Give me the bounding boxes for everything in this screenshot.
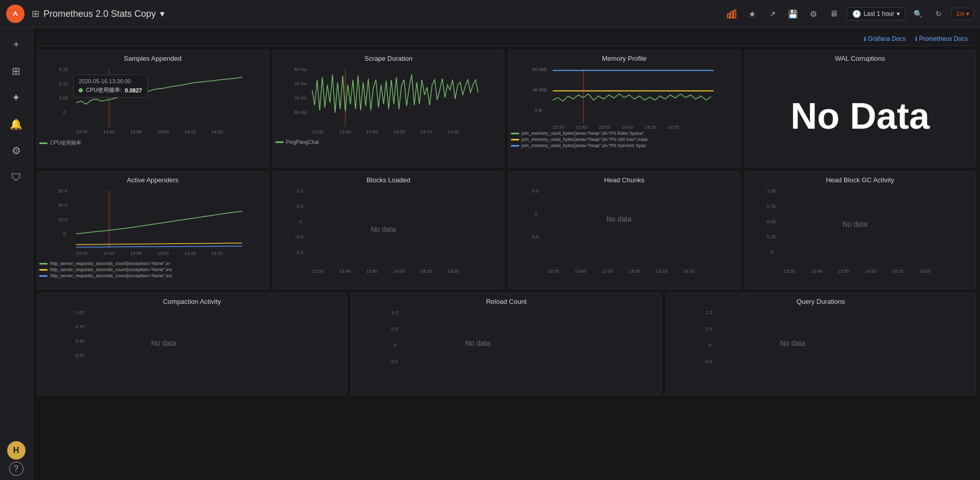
- svg-text:No data: No data: [606, 215, 632, 223]
- svg-text:0.75: 0.75: [766, 204, 776, 209]
- svg-text:95 MiB: 95 MiB: [532, 67, 547, 72]
- scrape-legend: PingPangChat: [273, 138, 504, 146]
- svg-text:13:40: 13:40: [103, 129, 115, 134]
- memory-legend: jvm_memory_used_bytes{area="heap",id="PS…: [509, 131, 740, 148]
- sidebar-config[interactable]: ⚙: [4, 138, 29, 163]
- dashboard-title: Prometheus 2.0 Stats Copy ▾: [43, 8, 165, 19]
- svg-text:13:30: 13:30: [312, 269, 323, 274]
- svg-text:1.00: 1.00: [766, 188, 776, 194]
- time-picker[interactable]: 🕐 Last 1 hour ▾: [847, 7, 905, 20]
- svg-text:0: 0: [708, 343, 711, 348]
- memory-chart: 95 MiB 48 MiB 0 B 13:30 13:40 13:50 14:0…: [511, 64, 738, 131]
- svg-text:-0.5: -0.5: [295, 234, 303, 239]
- svg-text:0: 0: [771, 250, 773, 255]
- svg-text:-0.5: -0.5: [704, 359, 712, 364]
- refresh-interval[interactable]: 1m ▾: [951, 8, 974, 20]
- svg-text:13:40: 13:40: [810, 269, 822, 274]
- svg-text:0.50: 0.50: [766, 219, 776, 224]
- svg-text:75 ms: 75 ms: [294, 81, 307, 86]
- chart-icon-btn[interactable]: [724, 6, 739, 21]
- gc-chart: 1.00 0.75 0.50 0.25 0 13:30 13:40 13:50 …: [747, 186, 974, 275]
- panel-scrape-duration: Scrape Duration 80 ms 75 ms 70 ms 65 ms …: [273, 50, 505, 167]
- svg-text:-0.5: -0.5: [390, 359, 398, 364]
- svg-text:14:00: 14:00: [622, 125, 634, 130]
- sidebar-add[interactable]: +: [4, 32, 29, 57]
- settings-btn[interactable]: ⚙: [806, 6, 821, 21]
- user-avatar[interactable]: H: [7, 441, 26, 460]
- panel-active-appenders: Active Appenders 30 K 20 K 10 K 0 13:30 …: [37, 172, 269, 289]
- samples-legend: CPU使用频率: [37, 138, 268, 148]
- sidebar-shield[interactable]: 🛡: [4, 165, 29, 189]
- svg-text:0.10: 0.10: [59, 81, 68, 86]
- svg-text:0.5: 0.5: [296, 204, 303, 209]
- sidebar-help[interactable]: ?: [9, 462, 24, 476]
- svg-text:0: 0: [535, 211, 538, 217]
- svg-text:10 K: 10 K: [58, 217, 68, 222]
- panel-reload-count: Reload Count 1.0 0.5 0 -0.5 No data: [351, 293, 661, 395]
- svg-text:13:50: 13:50: [602, 269, 614, 274]
- svg-text:No data: No data: [370, 225, 395, 233]
- svg-text:-0.5: -0.5: [531, 234, 539, 239]
- compaction-chart: 1.00 0.75 0.50 0.25 No data: [39, 307, 344, 389]
- sidebar-alerts[interactable]: 🔔: [4, 112, 29, 136]
- dropdown-arrow[interactable]: ▾: [160, 8, 165, 19]
- svg-text:13:50: 13:50: [837, 269, 849, 274]
- panel-title-head-chunks: Head Chunks: [509, 172, 740, 186]
- panel-query-durations: Query Durations 1.0 0.5 0 -0.5 No data: [666, 293, 976, 395]
- svg-text:14:00: 14:00: [157, 129, 169, 134]
- svg-text:-1.0: -1.0: [295, 250, 303, 255]
- zoom-btn[interactable]: 🔍: [911, 6, 926, 21]
- panel-title-samples: Samples Appended: [37, 51, 268, 64]
- svg-rect-4: [734, 10, 736, 18]
- svg-text:0.15: 0.15: [59, 67, 68, 72]
- svg-text:14:10: 14:10: [184, 129, 196, 134]
- svg-text:0: 0: [299, 219, 301, 224]
- topnav-actions: ★ ↗ 💾 ⚙ 🖥 🕐 Last 1 hour ▾ 🔍 ↻ 1m ▾: [724, 6, 974, 21]
- docs-bar: ℹ Grafana Docs ℹ Prometheus Docs: [37, 32, 976, 46]
- svg-text:13:50: 13:50: [366, 269, 378, 274]
- panel-compaction: Compaction Activity 1.00 0.75 0.50 0.25 …: [37, 293, 347, 395]
- appenders-legend: http_server_requests_seconds_count{excep…: [37, 260, 268, 279]
- sidebar-explore[interactable]: ✦: [4, 85, 29, 110]
- save-btn[interactable]: 💾: [785, 6, 801, 21]
- app-logo[interactable]: [6, 5, 25, 23]
- svg-text:1.00: 1.00: [76, 310, 85, 315]
- query-chart: 1.0 0.5 0 -0.5 No data: [668, 307, 973, 389]
- svg-text:0 B: 0 B: [535, 108, 542, 113]
- reload-chart: 1.0 0.5 0 -0.5 No data: [354, 307, 659, 389]
- refresh-btn[interactable]: ↻: [931, 6, 946, 21]
- svg-text:13:30: 13:30: [553, 125, 565, 130]
- svg-text:13:40: 13:40: [339, 269, 351, 274]
- svg-text:1.0: 1.0: [296, 188, 303, 194]
- svg-text:13:40: 13:40: [576, 125, 588, 130]
- svg-text:14:20: 14:20: [212, 129, 223, 134]
- star-btn[interactable]: ★: [744, 6, 760, 21]
- svg-rect-2: [728, 14, 730, 18]
- prometheus-docs-link[interactable]: ℹ Prometheus Docs: [915, 35, 968, 42]
- panel-head-chunks: Head Chunks 0.5 0 -0.5 13:30 13:40 13:50…: [508, 172, 740, 289]
- svg-text:0.25: 0.25: [766, 234, 776, 239]
- grid-icon: ⊞: [32, 8, 39, 19]
- share-btn[interactable]: ↗: [765, 6, 780, 21]
- panel-blocks-loaded: Blocks Loaded 1.0 0.5 0 -0.5 -1.0 13:30 …: [273, 172, 505, 289]
- svg-text:14:10: 14:10: [420, 269, 432, 274]
- svg-text:0.5: 0.5: [391, 326, 398, 331]
- svg-text:0.75: 0.75: [76, 324, 85, 329]
- svg-text:0.25: 0.25: [76, 353, 85, 358]
- svg-text:80 ms: 80 ms: [294, 67, 307, 72]
- svg-text:14:00: 14:00: [629, 269, 641, 274]
- svg-text:13:50: 13:50: [366, 129, 378, 134]
- svg-text:14:20: 14:20: [683, 269, 695, 274]
- svg-text:13:50: 13:50: [130, 251, 142, 256]
- svg-text:14:20: 14:20: [668, 125, 680, 130]
- grafana-docs-link[interactable]: ℹ Grafana Docs: [864, 35, 906, 42]
- svg-text:No data: No data: [780, 339, 805, 347]
- svg-text:13:30: 13:30: [783, 269, 795, 274]
- sidebar-dashboard[interactable]: ⊞: [4, 59, 29, 83]
- panel-title-blocks: Blocks Loaded: [273, 172, 504, 186]
- panel-title-appenders: Active Appenders: [37, 172, 268, 186]
- topnav: ⊞ Prometheus 2.0 Stats Copy ▾ ★ ↗ 💾 ⚙ 🖥 …: [0, 0, 980, 28]
- monitor-btn[interactable]: 🖥: [826, 6, 842, 21]
- svg-text:0: 0: [63, 110, 66, 115]
- samples-chart: 0.15 0.10 0.05 0 13:30 13:40 13:50 14:00…: [39, 64, 266, 138]
